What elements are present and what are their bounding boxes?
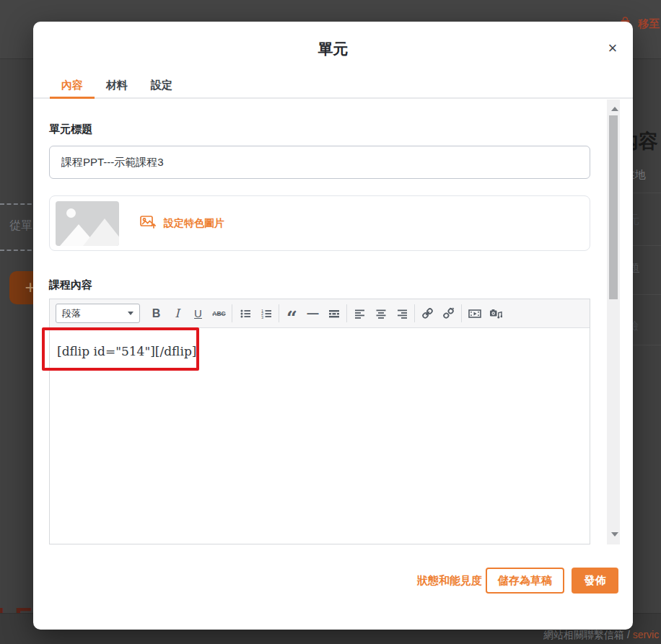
insert-video-button[interactable] xyxy=(464,304,485,324)
unit-title-input[interactable] xyxy=(49,146,590,179)
chevron-down-icon xyxy=(128,312,133,315)
unit-editor-modal: 單元 × 內容 材料 設定 單元標題 xyxy=(33,22,633,630)
placeholder-sun-shape xyxy=(66,208,76,218)
align-right-button[interactable] xyxy=(391,304,412,324)
align-left-button[interactable] xyxy=(349,304,370,324)
bold-button[interactable]: B xyxy=(146,304,167,324)
course-content-label: 課程內容 xyxy=(49,278,92,292)
footer-contact-link[interactable]: servic xyxy=(633,629,660,640)
tab-settings[interactable]: 設定 xyxy=(139,75,184,99)
paragraph-format-select[interactable]: 段落 xyxy=(56,304,140,323)
toolbar-separator xyxy=(461,304,462,322)
toolbar-separator xyxy=(346,304,347,322)
modal-tabs: 內容 材料 設定 xyxy=(33,75,633,99)
annotation-highlight-box xyxy=(42,327,199,371)
background-footer-text: 網站相關聯繫信箱 / servic xyxy=(543,629,659,642)
blockquote-button[interactable]: “ xyxy=(281,304,302,324)
svg-text:3: 3 xyxy=(261,315,263,319)
toolbar-separator xyxy=(232,304,232,322)
unit-title-label: 單元標題 xyxy=(49,123,92,136)
footer-contact-label: 網站相關聯繫信箱 / xyxy=(543,629,630,640)
read-more-button[interactable] xyxy=(323,304,344,324)
featured-image-card: 設定特色圖片 xyxy=(49,195,590,251)
status-visibility-link[interactable]: 狀態和能見度 xyxy=(417,568,482,594)
publish-button[interactable]: 發佈 xyxy=(572,568,618,594)
numbered-list-button[interactable]: 123 xyxy=(255,304,276,324)
align-center-button[interactable] xyxy=(370,304,391,324)
set-featured-image-label: 設定特色圖片 xyxy=(164,217,224,230)
set-featured-image-button[interactable]: 設定特色圖片 xyxy=(139,213,224,233)
remove-link-button[interactable] xyxy=(438,304,459,324)
italic-button[interactable]: I xyxy=(167,304,188,324)
underline-button[interactable]: U xyxy=(188,304,209,324)
toolbar-separator xyxy=(279,304,279,322)
modal-title: 單元 xyxy=(33,39,633,59)
save-draft-button[interactable]: 儲存為草稿 xyxy=(486,568,564,594)
add-media-button[interactable] xyxy=(485,304,506,324)
paragraph-format-value: 段落 xyxy=(62,307,81,320)
modal-scrollbar-thumb[interactable] xyxy=(609,115,618,299)
background-left-text: 從單 xyxy=(9,219,32,234)
tab-materials[interactable]: 材料 xyxy=(95,75,139,99)
toolbar-separator xyxy=(414,304,415,322)
close-icon[interactable]: × xyxy=(603,39,623,59)
image-placeholder xyxy=(56,201,119,246)
placeholder-mountain-shape xyxy=(83,219,119,246)
tab-content[interactable]: 內容 xyxy=(50,75,95,99)
image-upload-icon xyxy=(139,213,157,233)
scroll-down-arrow-icon[interactable] xyxy=(611,532,618,537)
bullet-list-button[interactable] xyxy=(235,304,255,324)
background-nav-label: 移至 xyxy=(638,17,660,31)
strikethrough-button[interactable]: ABC xyxy=(209,304,229,324)
screen: 移至 從單 + 內容 擇性地 元 題 檢 LESS 網站相關聯繫信箱 / ser… xyxy=(0,0,661,644)
editor-toolbar: 段落 B I U ABC 123 “ — xyxy=(50,299,590,328)
horizontal-rule-button[interactable]: — xyxy=(302,304,323,324)
insert-link-button[interactable] xyxy=(417,304,438,324)
scroll-up-arrow-icon[interactable] xyxy=(611,107,618,111)
